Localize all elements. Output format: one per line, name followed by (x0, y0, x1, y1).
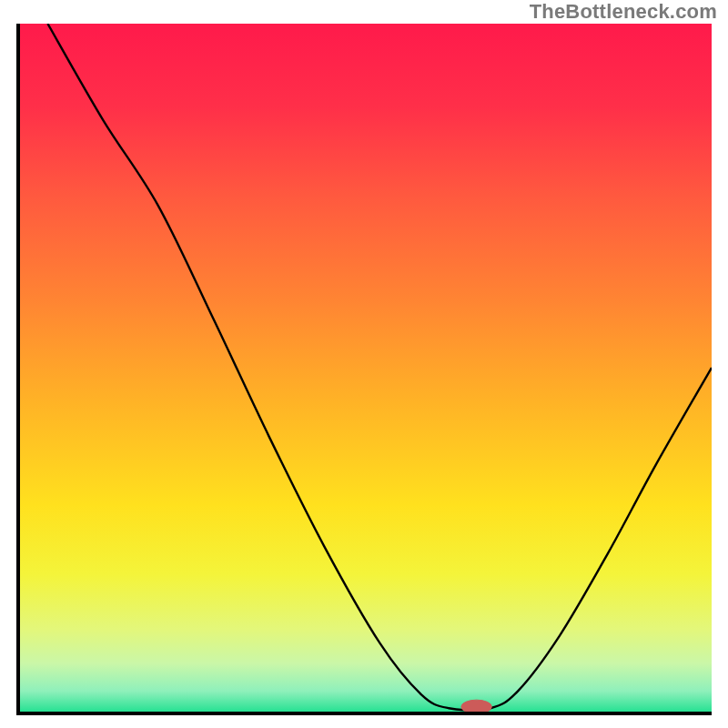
gradient-rect (20, 24, 712, 712)
chart-container: TheBottleneck.com (0, 0, 728, 728)
chart-svg (20, 24, 712, 712)
watermark-text: TheBottleneck.com (530, 0, 717, 24)
plot-area (16, 24, 712, 715)
optimal-marker (461, 700, 491, 712)
